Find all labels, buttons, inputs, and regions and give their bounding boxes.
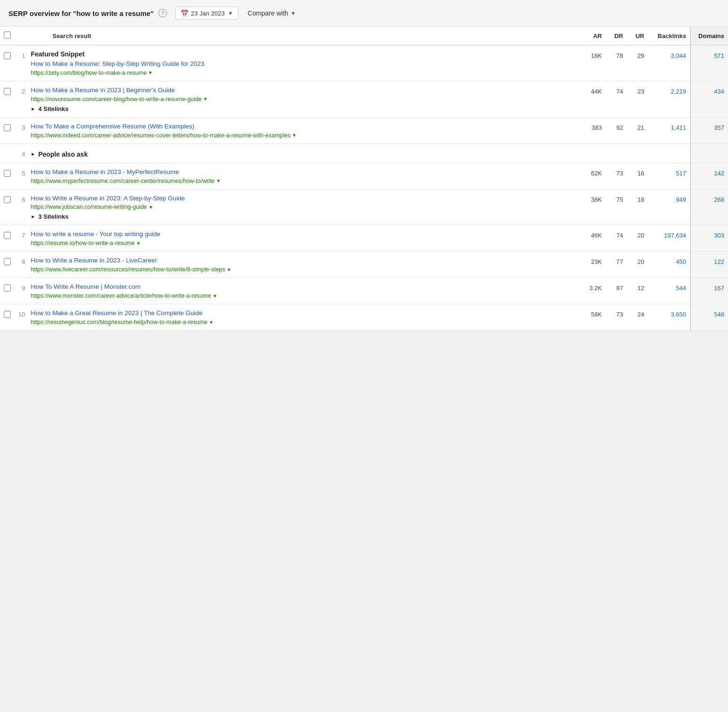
url-dropdown-icon[interactable]: ▼ (148, 70, 153, 75)
row-backlinks[interactable]: 949 (648, 189, 690, 225)
row-domains[interactable]: 571 (690, 45, 728, 81)
row-backlinks[interactable]: 3,650 (648, 304, 690, 331)
col-ar-header: AR (580, 27, 606, 45)
row-ar: 383 (580, 117, 606, 143)
row-ur: 23 (627, 81, 648, 117)
sitelinks-arrow-icon: ► (31, 106, 35, 111)
row-ar: 58K (580, 304, 606, 331)
url-text: https://resume.io/how-to-write-a-resume (31, 240, 135, 246)
row-checkbox[interactable] (4, 285, 11, 292)
row-ur: 24 (627, 304, 648, 331)
compare-chevron-icon: ▼ (291, 10, 296, 16)
row-num: 10 (15, 304, 29, 331)
row-checkbox[interactable] (4, 196, 11, 203)
sitelinks-arrow-icon: ► (31, 214, 35, 219)
row-checkbox-cell[interactable] (0, 163, 15, 189)
row-ar: 38K (580, 189, 606, 225)
row-dr: 87 (606, 278, 627, 304)
row-domains[interactable]: 548 (690, 304, 728, 331)
col-search-result-header: Search result (29, 27, 580, 45)
row-checkbox-cell[interactable] (0, 225, 15, 252)
row-backlinks[interactable]: 1,411 (648, 117, 690, 143)
result-title-link[interactable]: How to Make a Great Resume in 2023 | The… (31, 309, 576, 318)
table-row: 2 How to Make a Resume in 2023 | Beginne… (0, 81, 728, 117)
result-title-link[interactable]: How to Make a Resume in 2023 | Beginner'… (31, 86, 576, 95)
row-checkbox-cell (0, 143, 15, 163)
row-num: 5 (15, 163, 29, 189)
sitelinks-expander[interactable]: ► 3 Sitelinks (31, 213, 576, 220)
row-domains[interactable]: 167 (690, 278, 728, 304)
row-checkbox[interactable] (4, 258, 11, 265)
row-checkbox-cell[interactable] (0, 117, 15, 143)
url-dropdown-icon[interactable]: ▼ (292, 133, 297, 138)
help-icon[interactable]: ? (158, 9, 167, 17)
row-domains[interactable]: 434 (690, 81, 728, 117)
row-num: 1 (15, 45, 29, 81)
table-row: 9 How To Write A Resume | Monster.com ht… (0, 278, 728, 304)
sitelinks-label: 3 Sitelinks (38, 213, 68, 220)
table-row: 3 How To Make a Comprehensive Resume (Wi… (0, 117, 728, 143)
row-checkbox[interactable] (4, 232, 11, 239)
row-checkbox[interactable] (4, 88, 11, 95)
row-domains[interactable]: 122 (690, 252, 728, 278)
row-checkbox-cell[interactable] (0, 45, 15, 81)
result-title-link[interactable]: How to Make a Resume: Step-by-Step Writi… (31, 60, 576, 69)
url-dropdown-icon[interactable]: ▼ (216, 178, 221, 183)
serp-table: Search result AR DR UR Backlinks Domains… (0, 27, 728, 331)
row-backlinks[interactable]: 3,044 (648, 45, 690, 81)
date-picker-button[interactable]: 📅 23 Jan 2023 ▼ (175, 7, 238, 20)
row-backlinks[interactable]: 197,634 (648, 225, 690, 252)
row-ur: 21 (627, 117, 648, 143)
row-checkbox[interactable] (4, 52, 11, 59)
url-text: https://resumegenius.com/blog/resume-hel… (31, 319, 207, 325)
url-dropdown-icon[interactable]: ▼ (209, 320, 214, 325)
sitelinks-expander[interactable]: ► 4 Sitelinks (31, 105, 576, 112)
result-title-link[interactable]: How to Write a Resume in 2023 - LiveCare… (31, 256, 576, 265)
result-title-link[interactable]: How to Write a Resume in 2023: A Step-by… (31, 194, 576, 203)
row-backlinks[interactable]: 544 (648, 278, 690, 304)
result-url: https://www.livecareer.com/resources/res… (31, 266, 576, 273)
col-domains-header: Domains (690, 27, 728, 45)
row-domains[interactable]: 268 (690, 189, 728, 225)
row-checkbox-cell[interactable] (0, 252, 15, 278)
result-title-link[interactable]: How to Make a Resume in 2023 - MyPerfect… (31, 168, 576, 177)
row-ur: 20 (627, 252, 648, 278)
url-dropdown-icon[interactable]: ▼ (227, 267, 231, 272)
url-text: https://zety.com/blog/how-to-make-a-resu… (31, 70, 146, 76)
url-dropdown-icon[interactable]: ▼ (213, 293, 217, 299)
row-checkbox-cell[interactable] (0, 81, 15, 117)
people-also-ask-expander[interactable]: ► People also ask (31, 149, 686, 158)
row-backlinks[interactable]: 517 (648, 163, 690, 189)
page-title: SERP overview for "how to write a resume… (8, 9, 154, 17)
row-num: 8 (15, 252, 29, 278)
row-num: 4 (15, 143, 29, 163)
date-chevron-icon: ▼ (228, 10, 233, 16)
row-num: 3 (15, 117, 29, 143)
row-ar: 44K (580, 81, 606, 117)
row-backlinks[interactable]: 2,219 (648, 81, 690, 117)
row-domains[interactable]: 142 (690, 163, 728, 189)
row-domains[interactable]: 303 (690, 225, 728, 252)
row-checkbox[interactable] (4, 170, 11, 177)
result-title-link[interactable]: How To Make a Comprehensive Resume (With… (31, 122, 576, 131)
url-dropdown-icon[interactable]: ▼ (149, 205, 153, 210)
row-content: How to Make a Great Resume in 2023 | The… (29, 304, 580, 331)
select-all-checkbox-header[interactable] (0, 27, 15, 45)
col-backlinks-header: Backlinks (648, 27, 690, 45)
result-title-link[interactable]: How to write a resume - Your top writing… (31, 230, 576, 239)
row-checkbox-cell[interactable] (0, 304, 15, 331)
compare-with-button[interactable]: Compare with ▼ (243, 7, 301, 19)
row-domains[interactable]: 357 (690, 117, 728, 143)
row-checkbox[interactable] (4, 311, 11, 318)
row-checkbox[interactable] (4, 124, 11, 131)
row-ar: 3.2K (580, 278, 606, 304)
result-title-link[interactable]: How To Write A Resume | Monster.com (31, 283, 576, 292)
row-backlinks[interactable]: 450 (648, 252, 690, 278)
url-dropdown-icon[interactable]: ▼ (136, 241, 141, 246)
select-all-checkbox[interactable] (4, 32, 11, 39)
row-dr: 92 (606, 117, 627, 143)
row-checkbox-cell[interactable] (0, 278, 15, 304)
row-ur: 29 (627, 45, 648, 81)
row-checkbox-cell[interactable] (0, 189, 15, 225)
url-dropdown-icon[interactable]: ▼ (203, 96, 208, 102)
